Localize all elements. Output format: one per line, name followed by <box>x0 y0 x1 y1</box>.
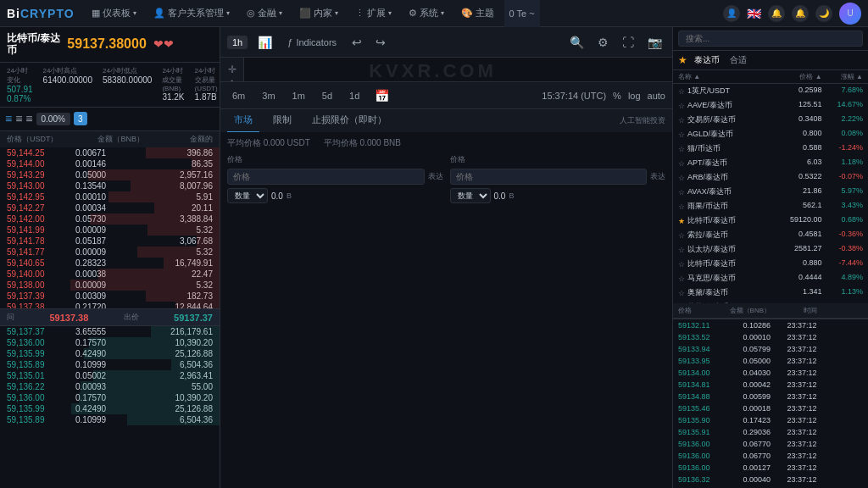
list-item[interactable]: ☆ APT/泰达币 6.03 1.18% <box>673 156 868 170</box>
list-item[interactable]: ☆ 雨果/币达币 562.1 3.43% <box>673 199 868 214</box>
bell-icon[interactable]: 🔔 <box>792 5 809 22</box>
undo-icon[interactable]: ↩ <box>348 36 365 49</box>
ob-view-sell[interactable]: ≡ <box>15 112 22 125</box>
chart-area: ✛ ╋ ╱ ✏ T ◻ ☺ ↔ 🔎 TV ＋ BTC/USDT · 1h · B… <box>220 58 672 81</box>
tab-limit[interactable]: 限制 <box>266 109 298 133</box>
ask-row[interactable]: 59,142.00 0.05730 3,388.84 <box>0 214 220 225</box>
ask-row[interactable]: 59,143.29 0.05000 2,957.16 <box>0 169 220 180</box>
stat-low: 24小时低点 58380.00000 <box>103 66 152 103</box>
ticker-price: 59137.38000 <box>67 36 146 52</box>
nav-inner[interactable]: ⬛ 内家 ▾ <box>292 0 345 27</box>
flag-icon[interactable]: 🇬🇧 <box>747 7 761 20</box>
camera-icon[interactable]: 📷 <box>644 36 665 49</box>
settings-icon[interactable]: ⚙ <box>594 36 612 49</box>
list-item[interactable]: ☆ AVAX/泰达币 21.86 5.97% <box>673 185 868 199</box>
ask-row[interactable]: 59,142.95 0.00010 5.91 <box>0 191 220 202</box>
sell-side: 价格 表达 数量 0.0 B <box>450 154 666 207</box>
sell-qty-select[interactable]: 数量 <box>450 188 491 203</box>
fullscreen-icon[interactable]: ⛶ <box>619 36 637 49</box>
nav-dashboard[interactable]: ▦ 仪表板 ▾ <box>85 0 143 27</box>
bid-row[interactable]: 59,136.22 0.00093 55.00 <box>0 381 220 392</box>
tf-6m[interactable]: 6m <box>227 89 250 103</box>
ask-row[interactable]: 59,141.78 0.05187 3,067.68 <box>0 236 220 247</box>
bid-row[interactable]: 59,136.00 0.17570 10,390.20 <box>0 337 220 348</box>
list-item[interactable]: ★ 比特币/泰达币 59120.00 0.68% <box>673 214 868 228</box>
list-item[interactable]: ☆ 1英尺/USDT 0.2598 7.68% <box>673 84 868 98</box>
buy-price-input[interactable] <box>227 169 425 185</box>
avatar[interactable]: U <box>839 3 861 25</box>
magnify-icon[interactable]: 🔍 <box>566 36 587 49</box>
buy-qty-select[interactable]: 数量 <box>227 188 268 203</box>
list-item[interactable]: ☆ 索拉/泰达币 0.4581 -0.36% <box>673 228 868 242</box>
tf-1m[interactable]: 1m <box>287 89 310 103</box>
table-row: 59134.81 0.00042 23:37:12 <box>673 379 868 391</box>
bid-row[interactable]: 59,135.01 0.05002 2,963.41 <box>0 370 220 381</box>
ob-view-both[interactable]: ≡ <box>5 112 12 125</box>
ob-header: 价格（USDT） 金额（BNB） 金额的 <box>0 131 220 147</box>
bid-row[interactable]: 59,135.99 0.42490 25,126.88 <box>0 348 220 359</box>
pct-btn[interactable]: % <box>613 91 621 101</box>
nav-finance[interactable]: ◎ 金融 ▾ <box>240 0 289 27</box>
mtab-usdt[interactable]: 泰达币 <box>691 53 723 67</box>
list-item[interactable]: ☆ 猫/币达币 0.588 -1.24% <box>673 141 868 156</box>
ask-row[interactable]: 59,142.27 0.00034 20.11 <box>0 202 220 214</box>
ask-row[interactable]: 59,137.39 0.00309 182.73 <box>0 291 220 302</box>
nav-system[interactable]: ⚙ 系统 ▾ <box>402 0 451 27</box>
calendar-icon[interactable]: 📅 <box>371 89 392 103</box>
ob-view-buy[interactable]: ≡ <box>25 112 32 125</box>
ask-row[interactable]: 59,137.38 0.21720 12,844.64 <box>0 302 220 309</box>
list-item[interactable]: ☆ ARB/泰达币 0.5322 -0.07% <box>673 170 868 185</box>
tf-1d[interactable]: 1d <box>344 89 364 103</box>
list-item[interactable]: ☆ AAVE/泰达币 125.51 14.67% <box>673 98 868 113</box>
ask-row[interactable]: 59,144.00 0.00146 86.35 <box>0 158 220 169</box>
sell-price-input[interactable] <box>450 169 648 185</box>
bid-row[interactable]: 59,135.99 0.42490 25,126.88 <box>0 403 220 414</box>
bid-row[interactable]: 59,135.89 0.10999 6,504.36 <box>0 414 220 425</box>
nav-extend[interactable]: ⋮ 扩展 ▾ <box>348 0 398 27</box>
table-row: 59133.95 0.05000 23:37:12 <box>673 355 868 367</box>
price-type-icon[interactable]: 📊 <box>254 36 275 49</box>
bid-row[interactable]: 59,136.00 0.17570 10,390.20 <box>0 392 220 403</box>
cursor-icon[interactable]: ✛ <box>228 64 236 75</box>
ask-row[interactable]: 59,144.25 0.00671 396.86 <box>0 147 220 158</box>
current-bid: 59137.38 <box>49 313 88 323</box>
search-input[interactable] <box>678 30 863 47</box>
list-item[interactable]: ☆ 比特币/泰达币 0.880 -7.44% <box>673 257 868 271</box>
user-icon[interactable]: 👤 <box>723 5 740 22</box>
list-item[interactable]: ☆ AGLD/泰达币 0.800 0.08% <box>673 127 868 141</box>
bid-row[interactable]: 59,137.37 3.65555 216,179.61 <box>0 326 220 337</box>
ask-row[interactable]: 59,140.65 0.28323 16,749.91 <box>0 258 220 269</box>
main-layout: 比特币/泰达币 59137.38000 ❤❤ 24小时变化 507.91 0.8… <box>0 27 868 488</box>
ask-rows: 59,144.25 0.00671 396.86 59,144.00 0.001… <box>0 147 220 309</box>
moon-icon[interactable]: 🌙 <box>815 5 832 22</box>
tab-market[interactable]: 市场 <box>227 109 259 133</box>
current-price-row: 问 59137.38 出价 59137.37 <box>0 308 220 326</box>
nav-theme[interactable]: 🎨 主题 <box>454 0 501 27</box>
ask-row[interactable]: 59,141.77 0.00009 5.32 <box>0 247 220 258</box>
log-btn[interactable]: log <box>628 91 641 101</box>
list-item[interactable]: ☆ 奥黛/泰达币 1.341 1.13% <box>673 286 868 300</box>
list-item[interactable]: ☆ 马克思/泰达币 0.4444 4.89% <box>673 271 868 286</box>
bid-row[interactable]: 59,135.89 0.10999 6,504.36 <box>0 359 220 370</box>
redo-icon[interactable]: ↪ <box>372 36 389 49</box>
table-row: 59135.91 0.29036 23:37:12 <box>673 426 868 438</box>
tf-5d[interactable]: 5d <box>317 89 337 103</box>
ask-row[interactable]: 59,141.99 0.00009 5.32 <box>0 225 220 236</box>
indicators-btn[interactable]: ƒ Indicators <box>282 36 342 49</box>
mtab-fit[interactable]: 合适 <box>726 53 750 67</box>
list-item[interactable]: ☆ 交易所/泰达币 0.3408 2.22% <box>673 113 868 127</box>
logo[interactable]: BiCRYPTO <box>7 7 75 20</box>
auto-btn[interactable]: auto <box>648 91 665 101</box>
tf-1h[interactable]: 1h <box>227 36 248 49</box>
star-filter[interactable]: ★ <box>678 54 687 66</box>
ask-row[interactable]: 59,143.00 0.13540 8,007.96 <box>0 180 220 191</box>
nav-crm[interactable]: 👤 客户关系管理 ▾ <box>147 0 236 27</box>
ask-row[interactable]: 59,140.00 0.00038 22.47 <box>0 269 220 280</box>
table-row: 59133.52 0.00010 23:37:12 <box>673 331 868 343</box>
ask-row[interactable]: 59,138.00 0.00009 5.32 <box>0 280 220 291</box>
tf-3m[interactable]: 3m <box>257 89 280 103</box>
zero-te-display: 0 Te ~ <box>504 0 540 27</box>
list-item[interactable]: ☆ 以太坊/泰达币 2581.27 -0.38% <box>673 242 868 257</box>
notification-icon[interactable]: 🔔 <box>768 5 785 22</box>
tab-stop-limit[interactable]: 止损限价（即时） <box>305 109 393 133</box>
